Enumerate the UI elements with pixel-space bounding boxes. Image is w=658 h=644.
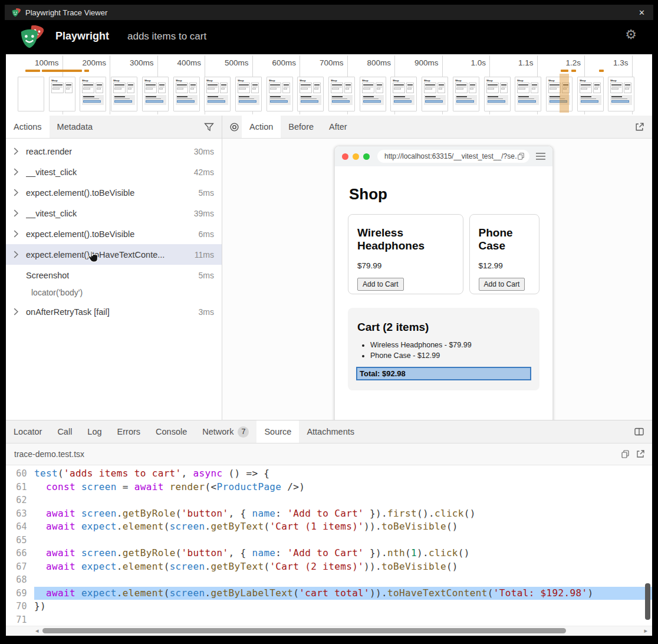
vertical-scrollbar[interactable] <box>645 583 650 620</box>
frame-line <box>332 84 342 86</box>
menu-icon[interactable] <box>536 153 545 160</box>
frame-product-card <box>548 83 561 93</box>
bottom-tab-errors[interactable]: Errors <box>110 420 148 443</box>
code-token: const <box>46 481 75 492</box>
code-token: ProductPage <box>217 481 282 492</box>
action-row[interactable]: react.render30ms <box>6 141 222 162</box>
code-token: , { <box>228 508 252 519</box>
frame-line <box>159 87 164 87</box>
cart-heading: Cart (2 items) <box>357 321 531 334</box>
timeline-frame[interactable]: Shop <box>484 77 511 111</box>
frame-line <box>394 88 401 90</box>
open-external-icon[interactable] <box>634 116 652 138</box>
bottom-tab-log[interactable]: Log <box>80 420 109 443</box>
split-view-icon[interactable] <box>634 420 652 443</box>
timeline-frame[interactable]: Shop <box>235 77 262 111</box>
frame-line <box>146 84 156 86</box>
frame-line <box>611 88 618 90</box>
bottom-tab-console[interactable]: Console <box>148 420 195 443</box>
frame-line <box>270 100 288 103</box>
bottom-tab-locator[interactable]: Locator <box>6 420 50 443</box>
copy-url-icon[interactable] <box>517 152 525 160</box>
action-row[interactable]: expect.element().toHaveTextConte...11ms <box>6 244 222 265</box>
action-row[interactable]: __vitest_click39ms <box>6 203 222 224</box>
copy-source-icon[interactable] <box>621 449 630 459</box>
actions-tab-metadata[interactable]: Metadata <box>50 116 100 138</box>
frame-line <box>611 96 622 97</box>
timeline-frame[interactable]: Shop <box>80 77 106 111</box>
code-token: 'adds items to cart' <box>64 468 182 479</box>
timeline-frame[interactable]: Shop <box>111 77 137 111</box>
tab-label: After <box>329 122 347 132</box>
chevron-right-icon[interactable] <box>14 209 22 217</box>
gear-icon[interactable]: ⚙ <box>625 28 637 41</box>
horizontal-scrollbar[interactable]: ◂ ▸ <box>6 626 652 636</box>
timeline[interactable]: 100ms200ms300ms400ms500ms600ms700ms800ms… <box>6 54 652 116</box>
code-token: }) <box>34 600 46 612</box>
chevron-right-icon[interactable] <box>14 168 22 176</box>
snapshot-tab-action[interactable]: Action <box>242 116 281 138</box>
frame-line <box>532 88 535 90</box>
scroll-left-icon[interactable]: ◂ <box>35 627 39 635</box>
bottom-tab-network[interactable]: Network7 <box>195 420 256 443</box>
timeline-frame[interactable]: Shop <box>360 77 386 111</box>
chevron-right-icon[interactable] <box>14 189 22 196</box>
chevron-right-icon[interactable] <box>14 251 22 258</box>
snapshot-tab-after[interactable]: After <box>321 116 355 138</box>
timeline-frame[interactable]: Shop <box>173 77 200 111</box>
chevron-right-icon[interactable] <box>14 230 22 238</box>
add-to-cart-button[interactable]: Add to Cart <box>357 278 404 291</box>
code-content: await expect.element(screen.getByText('C… <box>34 520 652 534</box>
action-row[interactable]: expect.element().toBeVisible5ms <box>6 182 222 203</box>
timeline-frame[interactable] <box>18 77 44 111</box>
bottom-tab-attachments[interactable]: Attachments <box>299 420 362 443</box>
main-area: ActionsMetadata react.render30ms__vitest… <box>6 116 652 420</box>
actions-tab-actions[interactable]: Actions <box>6 116 50 138</box>
frame-line <box>550 87 560 87</box>
frame-line <box>221 87 226 87</box>
timeline-frame[interactable]: Shop <box>608 77 634 111</box>
timeline-frame[interactable]: Shop <box>453 77 479 111</box>
timeline-frame[interactable]: Shop <box>204 77 231 111</box>
frame-line <box>581 84 591 86</box>
timeline-frame[interactable]: Shop <box>142 77 169 111</box>
cart-item: Phone Case - $12.99 <box>370 351 531 362</box>
frame-line <box>83 98 98 99</box>
frame-line <box>611 98 627 99</box>
timeline-frame[interactable]: Shop <box>390 77 417 111</box>
frame-line <box>208 98 223 99</box>
timeline-frame[interactable]: Shop <box>515 77 541 111</box>
frame-line <box>270 98 285 99</box>
window-titlebar: Playwright Trace Viewer ✕ <box>5 5 653 20</box>
timeline-frame[interactable]: Shop <box>577 77 604 111</box>
frame-products <box>176 83 198 93</box>
horizontal-scrollbar-thumb[interactable] <box>42 628 566 633</box>
bottom-tab-call[interactable]: Call <box>50 420 80 443</box>
timeline-frame[interactable]: Shop <box>422 77 448 111</box>
action-row[interactable]: expect.element().toBeVisible6ms <box>6 224 222 244</box>
timeline-frame[interactable]: Shop <box>297 77 324 111</box>
snapshot-tab-before[interactable]: Before <box>281 116 321 138</box>
close-icon[interactable]: ✕ <box>639 8 645 17</box>
frame-line <box>52 87 62 87</box>
frame-product-card <box>469 83 476 93</box>
chevron-right-icon[interactable] <box>14 147 22 155</box>
address-bar[interactable]: http://localhost:63315/__vitest_test__/?… <box>377 150 529 163</box>
timeline-frame[interactable]: Shop <box>267 77 293 111</box>
actions-tabbar: ActionsMetadata <box>6 116 222 139</box>
action-row[interactable]: Screenshot5ms <box>6 265 222 285</box>
target-icon[interactable] <box>222 116 242 138</box>
filter-icon[interactable] <box>204 116 222 138</box>
action-row[interactable]: __vitest_click42ms <box>6 162 222 182</box>
bottom-tab-source[interactable]: Source <box>256 420 299 443</box>
scroll-right-icon[interactable]: ▸ <box>644 627 647 635</box>
add-to-cart-button[interactable]: Add to Cart <box>479 278 525 291</box>
open-source-external-icon[interactable] <box>636 449 645 459</box>
timeline-action-bar <box>599 70 604 72</box>
timeline-frame[interactable]: Shop <box>49 77 75 111</box>
frame-line <box>301 84 311 86</box>
chevron-right-icon[interactable] <box>14 308 22 316</box>
code-token <box>34 547 46 558</box>
timeline-frame[interactable]: Shop <box>328 77 355 111</box>
action-row[interactable]: onAfterRetryTask [fail]3ms <box>6 301 222 322</box>
